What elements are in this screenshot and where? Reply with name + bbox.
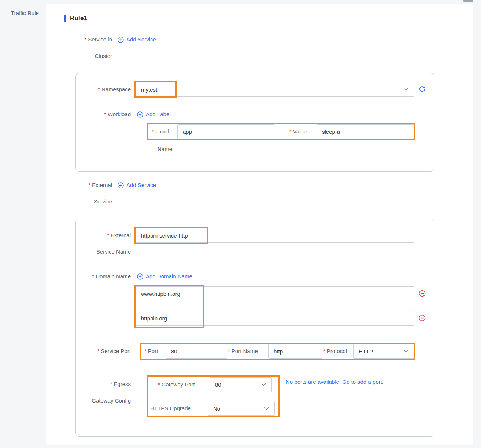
external-name-sublabel: Service Name [83,248,131,256]
workload-label: Workload [83,111,131,118]
rule-header: Rule1 [64,15,87,22]
service-port-label: Service Port [83,348,131,355]
gateway-port-value: 80 [215,382,221,388]
port-input[interactable]: 80 [166,344,227,359]
add-service-button-external[interactable]: Add Service [118,181,156,189]
domain-name-label: Domain Name [83,273,131,280]
external-service-label: External [68,181,112,189]
workload-label-sublabel: Name [158,146,172,153]
rule-accent-bar [64,15,66,22]
port-value: 80 [171,348,177,355]
cropped-ui-fragment [463,0,473,2]
add-service-label: Add Service [126,181,156,189]
add-domain-name-label: Add Domain Name [146,273,192,280]
add-service-label: Add Service [126,36,156,43]
form-section-label: Traffic Rule [11,10,39,16]
plus-circle-icon [137,111,143,118]
workload-label-key-value: app [183,129,192,135]
plus-circle-icon [137,273,143,280]
add-label-button[interactable]: Add Label [137,111,171,118]
egress-sublabel: Gateway Config [83,397,131,404]
external-service-sublabel: Service [68,198,112,205]
domain-input-1[interactable]: www.httpbin.org [136,286,414,301]
annotation-egress-gateway: Gateway Port 80 HTTPS Upgrade No [147,375,280,417]
gateway-port-label: Gateway Port [158,377,195,392]
add-service-button-cluster[interactable]: Add Service [118,36,156,43]
external-service-name-value: httpbin-service-http [141,232,188,239]
chevron-down-icon [403,350,408,353]
workload-label-key-input[interactable]: app [177,124,274,139]
https-upgrade-value: No [213,405,220,412]
service-in-sublabel: Cluster [68,52,112,60]
port-name-value: http [274,348,283,355]
chevron-down-icon [261,383,266,386]
domain-input-2[interactable]: httpbin.org [136,311,414,326]
traffic-rule-card: Rule1 Service in Add Service Cluster Nam… [46,4,473,445]
workload-label-value-input[interactable]: sleep-a [317,124,414,139]
protocol-label: Protocol [323,344,347,359]
port-label: Port [144,344,158,359]
external-name-label: External [83,232,131,239]
remove-domain-icon-1[interactable] [419,290,426,297]
namespace-select[interactable]: mytest [136,82,414,97]
service-in-label: Service in [68,36,112,43]
workload-label-key-label: Label [152,124,169,139]
plus-circle-icon [118,182,124,188]
remove-domain-icon-2[interactable] [419,315,426,322]
protocol-select[interactable]: HTTP [353,344,414,359]
workload-label-value-label: Value [289,124,307,139]
domain-value-1: www.httpbin.org [141,291,180,297]
chevron-down-icon [264,407,269,410]
chevron-down-icon [403,88,408,91]
ports-hint-link[interactable]: No ports are available. Go to add a port… [286,378,384,386]
namespace-value: mytest [141,87,157,93]
add-label-label: Add Label [146,111,171,118]
gateway-port-select[interactable]: 80 [210,377,272,392]
https-upgrade-label: HTTPS Upgrade [150,401,191,416]
protocol-value: HTTP [359,348,373,355]
domain-value-2: httpbin.org [141,315,167,322]
egress-label: Egress [83,381,131,388]
rule-title: Rule1 [70,15,87,22]
port-name-input[interactable]: http [268,344,322,359]
workload-label-value-value: sleep-a [322,129,340,135]
external-service-name-input[interactable]: httpbin-service-http [136,228,414,243]
namespace-label: Namespace [83,86,131,93]
cluster-service-box: Namespace mytest Workload Add Label Labe… [75,73,434,172]
add-domain-name-button[interactable]: Add Domain Name [137,273,192,280]
external-service-box: External httpbin-service-http Service Na… [75,219,434,437]
refresh-icon[interactable] [419,86,426,93]
plus-circle-icon [118,37,124,43]
https-upgrade-select[interactable]: No [208,401,275,416]
annotation-service-port: Port 80 Port Name http Protocol HTTP [140,343,415,360]
port-name-label: Port Name [228,344,258,359]
annotation-workload-selector: Label app Value sleep-a [147,123,415,140]
